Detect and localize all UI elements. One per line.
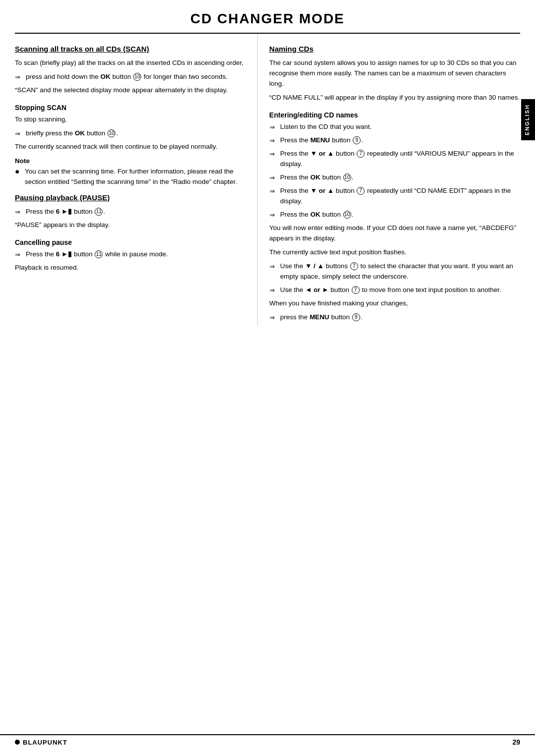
scan-step1: ⇒ press and hold down the OK button 10 f… [15,72,245,82]
circle-10: 10 [133,73,141,81]
arrow-icon-r5: ⇒ [269,186,278,196]
arrow-icon-3: ⇒ [15,207,24,217]
note-text: You can set the scanning time. For furth… [25,167,245,187]
edit-step8: ⇒ Use the ◄ or ► button 7 to move from o… [269,285,520,295]
final-step: ⇒ press the MENU button 9. [269,312,520,323]
edit-step1: ⇒ Listen to the CD that you want. [269,122,520,132]
circle-7c: 7 [350,262,358,270]
logo-dot [15,740,20,745]
arrow-icon-4: ⇒ [15,250,24,260]
pause-step1-text: Press the 6 ►▮ button 11. [26,207,245,217]
edit-step7-text: Use the ▼ / ▲ buttons 7 to select the ch… [280,261,520,282]
nav-bold-3: ▼ / ▲ [305,262,324,270]
edit-step5: ⇒ Press the ▼ or ▲ button 7 repeatedly u… [269,186,520,207]
circle-7d: 7 [352,286,360,294]
cancel-pause-title: Cancelling pause [15,238,245,246]
arrow-icon-r7: ⇒ [269,262,278,272]
naming-note: “CD NAME FULL” will appear in the displa… [269,93,520,103]
content-area: Scanning all tracks on all CDs (SCAN) To… [0,34,535,326]
lr-bold: ◄ or ► [305,286,329,293]
circle-11b: 11 [95,250,103,258]
edit-step5-text: Press the ▼ or ▲ button 7 repeatedly unt… [280,186,520,207]
page-title: CD CHANGER MODE [15,0,520,34]
pause-display-text: “PAUSE” appears in the display. [15,220,245,231]
arrow-icon-r1: ⇒ [269,122,278,132]
circle-10-r: 10 [343,174,351,181]
pause-step1: ⇒ Press the 6 ►▮ button 11. [15,207,245,217]
scan-step1-text: press and hold down the OK button 10 for… [26,72,245,82]
side-tab: ENGLISH [521,99,535,140]
ok-bold-2: OK [75,129,85,137]
edit-step3: ⇒ Press the ▼ or ▲ button 7 repeatedly u… [269,149,520,170]
circle-9-final: 9 [352,313,360,321]
editing-para2: The currently active text input position… [269,247,520,258]
scan-intro: To scan (briefly play) all the tracks on… [15,58,245,68]
editing-para1: You will now enter editing mode. If your… [269,223,520,244]
edit-step6: ⇒ Press the OK button 10. [269,210,520,220]
final-step-text: press the MENU button 9. [280,312,520,323]
logo-text: BLAUPUNKT [23,739,67,746]
circle-10b: 10 [107,129,115,137]
note-title: Note [15,157,245,165]
page-number: 29 [512,738,520,746]
naming-intro: The car sound system allows you to assig… [269,58,520,89]
arrow-icon-r3: ⇒ [269,149,278,159]
editing-para3: When you have finished making your chang… [269,298,520,309]
circle-11: 11 [95,208,103,216]
page-wrapper: ENGLISH CD CHANGER MODE Scanning all tra… [0,0,535,756]
note-block: Note ● You can set the scanning time. Fo… [15,157,245,187]
six-bold: 6 ►▮ [56,208,72,215]
arrow-icon-final: ⇒ [269,313,278,323]
stopping-step1: ⇒ briefly press the OK button 10. [15,128,245,139]
circle-7: 7 [357,150,365,158]
arrow-icon-r2: ⇒ [269,136,278,146]
right-column: Naming CDs The car sound system allows y… [258,34,520,326]
cancel-step1-text: Press the 6 ►▮ button 11 while in pause … [26,249,245,260]
ok-bold-r2: OK [310,211,320,218]
ok-bold: OK [101,73,110,80]
edit-step8-text: Use the ◄ or ► button 7 to move from one… [280,285,520,295]
scan-section-title: Scanning all tracks on all CDs (SCAN) [15,44,245,54]
cancel-step1: ⇒ Press the 6 ►▮ button 11 while in paus… [15,249,245,260]
six-bold-2: 6 ►▮ [56,250,72,258]
edit-step4-text: Press the OK button 10. [280,173,520,183]
arrow-icon-2: ⇒ [15,129,24,139]
note-bullet: ● You can set the scanning time. For fur… [15,167,245,187]
arrow-icon-r8: ⇒ [269,286,278,295]
arrow-icon: ⇒ [15,72,24,82]
arrow-icon-r4: ⇒ [269,173,278,183]
arrow-icon-r6: ⇒ [269,210,278,220]
scan-display-text: “SCAN” and the selected display mode app… [15,85,245,96]
menu-bold-1: MENU [310,136,330,144]
stopping-step1-text: briefly press the OK button 10. [26,128,245,139]
circle-7b: 7 [357,187,365,195]
edit-step6-text: Press the OK button 10. [280,210,520,220]
circle-10-r2: 10 [343,211,351,219]
menu-bold-final: MENU [310,313,329,321]
edit-step3-text: Press the ▼ or ▲ button 7 repeatedly unt… [280,149,520,170]
pause-section-title: Pausing playback (PAUSE) [15,192,245,203]
cancel-line2: Playback is resumed. [15,263,245,273]
left-column: Scanning all tracks on all CDs (SCAN) To… [15,34,258,326]
edit-step7: ⇒ Use the ▼ / ▲ buttons 7 to select the … [269,261,520,282]
edit-step1-text: Listen to the CD that you want. [280,122,520,132]
blaupunkt-logo: BLAUPUNKT [15,739,67,746]
nav-bold-2: ▼ or ▲ [310,187,334,194]
stopping-line1: To stop scanning, [15,115,245,125]
edit-step2: ⇒ Press the MENU button 9. [269,135,520,146]
stopping-line2: The currently scanned track will then co… [15,142,245,152]
circle-9: 9 [353,136,361,144]
footer: BLAUPUNKT 29 [0,734,535,746]
ok-bold-r1: OK [310,174,320,181]
nav-bold-1: ▼ or ▲ [310,150,334,157]
edit-step4: ⇒ Press the OK button 10. [269,173,520,183]
bullet-dot-icon: ● [15,167,23,177]
editing-title: Entering/editing CD names [269,111,520,119]
naming-section-title: Naming CDs [269,44,520,54]
edit-step2-text: Press the MENU button 9. [280,135,520,146]
stopping-scan-title: Stopping SCAN [15,104,245,112]
